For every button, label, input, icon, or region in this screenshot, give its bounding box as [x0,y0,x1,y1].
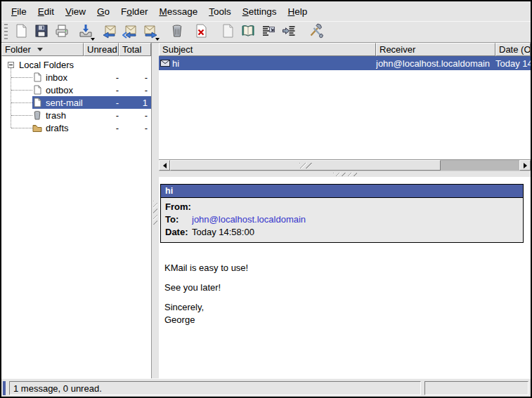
message-column: Subject Receiver Date (O hi john@localho… [159,43,531,378]
total-count: - [123,110,151,121]
message-header-fields: From: To: john@localhost.localdomain Dat… [161,198,523,242]
message-row[interactable]: hi john@localhost.localdomain Today 14 [159,56,531,70]
folder-row-outbox[interactable]: outbox - - [1,84,151,96]
unread-column-header[interactable]: Unread [84,43,119,56]
tree-branch-stub [11,90,32,91]
subject-column-header[interactable]: Subject [159,43,376,56]
message-list-header: Subject Receiver Date (O [159,43,531,56]
forward-button[interactable] [141,22,160,41]
folder-label: outbox [46,85,91,95]
to-address-link[interactable]: john@localhost.localdomain [192,213,523,226]
menu-edit[interactable]: Edit [32,4,60,19]
new-page-button[interactable] [218,22,237,41]
folder-row-sent-mail[interactable]: sent-mail - 1 [1,96,151,109]
dropdown-caret-icon [155,38,160,41]
left-arrow-icon [163,163,167,168]
to-row: To: john@localhost.localdomain [161,213,523,226]
new-message-button[interactable] [11,22,30,41]
folder-row-drafts[interactable]: drafts - - [1,121,151,134]
thumb-grip [299,163,312,168]
folder-row-local-folders[interactable]: Local Folders [1,58,151,71]
address-book-button[interactable] [238,22,257,41]
date-column-header[interactable]: Date (O [495,43,531,56]
tree-branch-stub [11,102,32,103]
status-text: 1 message, 0 unread. [13,383,102,394]
horizontal-scrollbar [159,159,531,171]
unread-count: - [91,85,123,95]
reply-button[interactable] [100,22,119,41]
scroll-right-button[interactable] [519,160,531,171]
collapse-expander-icon[interactable] [8,62,14,68]
vertical-splitter[interactable] [152,43,159,378]
blank-page-icon [220,23,235,41]
status-message-panel: 1 message, 0 unread. [9,381,421,395]
folder-list-header: Folder Unread Total [1,43,151,56]
printer-icon [54,23,70,41]
menu-settings[interactable]: Settings [237,4,283,19]
document-icon [32,98,42,107]
total-count: - [123,72,151,83]
tree-branch-stub [11,115,32,116]
create-filter-button[interactable] [259,22,278,41]
envelope-double-left-arrow-icon [122,23,138,41]
total-count: 1 [123,98,151,108]
envelope-left-arrow-icon [102,23,117,41]
from-row: From: [161,201,523,213]
print-button[interactable] [52,22,71,41]
message-rows: hi john@localhost.localdomain Today 14 [159,56,531,159]
menu-view[interactable]: View [60,4,91,19]
body-line: George [164,314,524,327]
page-red-x-icon [193,23,209,41]
message-date: Today 14 [495,58,531,69]
menu-tools[interactable]: Tools [203,4,237,19]
floppy-disk-icon [34,23,49,41]
menu-help[interactable]: Help [283,4,313,19]
menu-message[interactable]: Message [153,4,203,19]
folder-row-trash[interactable]: trash - - [1,109,151,121]
trash-can-icon [169,23,185,41]
folder-icon [32,123,42,133]
total-column-header[interactable]: Total [119,43,151,56]
folder-label: Local Folders [19,60,74,70]
sort-down-arrow-icon [37,48,43,51]
configure-button[interactable] [306,22,325,41]
folder-pane: Folder Unread Total Local Folders inbox [1,43,152,378]
move-to-trash-button[interactable] [167,22,186,41]
status-bar: 1 message, 0 unread. [1,378,531,397]
horizontal-splitter[interactable] [159,171,531,177]
toolbar-drag-handle[interactable] [4,24,8,41]
unread-count: - [91,98,123,108]
receiver-column-header[interactable]: Receiver [376,43,495,56]
delete-button[interactable] [191,22,210,41]
main-toolbar [1,21,531,43]
check-mail-button[interactable] [76,22,95,41]
message-list: Subject Receiver Date (O hi john@localho… [159,43,531,159]
date-row: Date: Today 14:58:00 [161,226,523,239]
body-line: KMail is easy to use! [164,263,524,275]
kmail-window: File Edit View Go Folder Message Tools S… [0,0,532,398]
folder-label: trash [46,110,91,121]
trash-icon [32,110,42,120]
tree-branch-stub [11,128,32,128]
scrollbar-thumb[interactable] [170,160,441,171]
reply-all-button[interactable] [120,22,139,41]
scrollbar-track[interactable] [441,160,519,171]
splitter-grip [333,173,357,176]
right-arrow-icon [524,163,527,168]
folder-label: sent-mail [46,98,91,108]
sent-envelope-icon [160,58,172,69]
dropdown-caret-icon [91,38,95,41]
menu-folder[interactable]: Folder [115,4,153,19]
menu-go[interactable]: Go [91,4,115,19]
folder-column-header[interactable]: Folder [1,43,84,56]
apply-filters-button[interactable] [279,22,298,41]
message-preview-pane: hi From: To: john@localhost.localdomain … [159,177,531,378]
save-button[interactable] [32,22,51,41]
from-label: From: [161,201,192,213]
folder-row-inbox[interactable]: inbox - - [1,71,151,84]
arrow-into-list-icon [281,23,297,41]
message-subject: hi [172,58,179,69]
unread-count: - [91,72,123,83]
menu-file[interactable]: File [6,4,32,19]
scroll-left-button[interactable] [159,160,170,171]
